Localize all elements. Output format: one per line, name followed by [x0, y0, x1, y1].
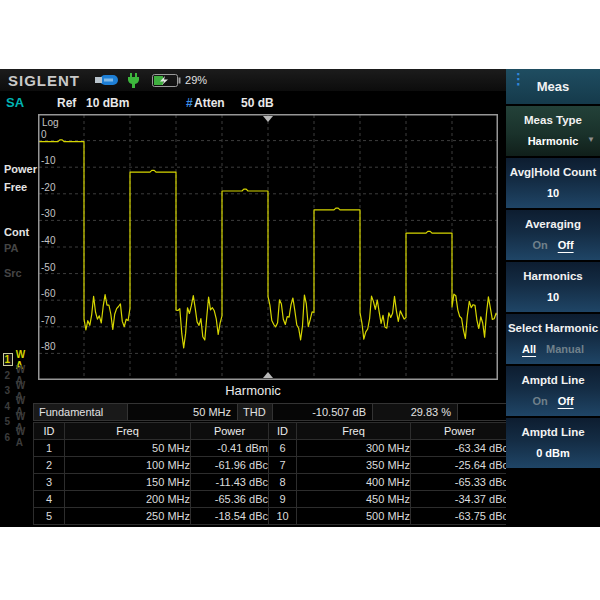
table-cell: 10 — [269, 508, 297, 525]
side-label-free: Free — [4, 181, 27, 193]
toggle-option-off: Off — [558, 395, 574, 407]
meas-menu-title: Meas — [537, 79, 570, 94]
table-cell: 350 MHz — [297, 457, 411, 474]
page: SIGLENT 29% SA Ref 10 dBm — [0, 0, 600, 600]
axis-label: -50 — [41, 262, 56, 273]
meas-menu-header[interactable]: ⋮ Meas — [506, 69, 600, 104]
ref-level-value[interactable]: 10 dBm — [86, 96, 129, 110]
sidebar-button-avg-hold-count[interactable]: Avg|Hold Count10 — [506, 158, 600, 208]
table-cell: 5 — [34, 508, 65, 525]
atten-label[interactable]: Atten — [194, 96, 225, 110]
button-label: Select Harmonic — [508, 322, 598, 334]
table-header-id: ID — [269, 423, 297, 440]
battery-percent: 29% — [185, 74, 207, 86]
table-header-freq: Freq — [297, 423, 411, 440]
thd-label: THD — [238, 403, 273, 421]
table-cell: 1 — [34, 440, 65, 457]
toggle-option-off: Off — [558, 239, 574, 251]
axis-label: -70 — [41, 315, 56, 326]
sidebar-button-select-harmonic[interactable]: Select HarmonicAllManual — [506, 314, 600, 364]
trace-number: 1 — [3, 353, 13, 366]
button-toggle: AllManual — [517, 343, 589, 355]
table-cell: 8 — [269, 474, 297, 491]
trace-number: 2 — [3, 370, 13, 381]
axis-label: -60 — [41, 288, 56, 299]
side-label-power: Power — [4, 163, 37, 175]
table-row: 3150 MHz-11.43 dBc8400 MHz-65.33 dBc — [34, 474, 509, 491]
button-value: Harmonic — [528, 135, 579, 147]
thd-db-value: -10.507 dB — [273, 403, 373, 421]
table-cell: 50 MHz — [65, 440, 191, 457]
sidebar-button-amptd-line-toggle[interactable]: Amptd LineOnOff — [506, 366, 600, 416]
sidebar-menu: ⋮ Meas Meas TypeHarmonic▼Avg|Hold Count1… — [506, 69, 600, 527]
table-cell: 9 — [269, 491, 297, 508]
table-cell: -25.64 dBc — [411, 457, 509, 474]
toggle-option-on: On — [532, 239, 547, 251]
trace-number: 5 — [3, 416, 13, 427]
side-label-cont: Cont — [4, 226, 29, 238]
table-cell: 250 MHz — [65, 508, 191, 525]
atten-hash: # — [186, 96, 193, 110]
results-title: Harmonic — [0, 383, 506, 398]
sidebar-button-averaging[interactable]: AveragingOnOff — [506, 210, 600, 260]
table-cell: 3 — [34, 474, 65, 491]
button-label: Harmonics — [523, 270, 582, 282]
menu-dots-icon: ⋮ — [511, 75, 526, 82]
table-row: 4200 MHz-65.36 dBc9450 MHz-34.37 dBc — [34, 491, 509, 508]
table-cell: 100 MHz — [65, 457, 191, 474]
button-value: 0 dBm — [536, 447, 570, 459]
axis-label: -40 — [41, 235, 56, 246]
fundamental-label: Fundamental — [33, 403, 128, 421]
topbar: SIGLENT 29% — [0, 69, 506, 91]
table-cell: -61.96 dBc — [191, 457, 269, 474]
spectrum-analyzer-screen: SIGLENT 29% SA Ref 10 dBm — [0, 69, 600, 527]
button-value: 10 — [547, 187, 559, 199]
table-header-power: Power — [411, 423, 509, 440]
sidebar-button-meas-type[interactable]: Meas TypeHarmonic▼ — [506, 106, 600, 156]
table-row: 5250 MHz-18.54 dBc10500 MHz-63.75 dBc — [34, 508, 509, 525]
table-cell: 450 MHz — [297, 491, 411, 508]
button-label: Amptd Line — [521, 374, 584, 386]
axis-label: -80 — [41, 341, 56, 352]
table-header-freq: Freq — [65, 423, 191, 440]
button-value: 10 — [547, 291, 559, 303]
table-cell: 2 — [34, 457, 65, 474]
axis-label: 0 — [41, 129, 47, 140]
side-label-src: Src — [4, 267, 22, 279]
chevron-down-icon: ▼ — [587, 135, 595, 144]
mode-indicator: SA — [6, 95, 24, 110]
power-plug-icon — [127, 73, 140, 88]
siglent-logo: SIGLENT — [8, 72, 80, 89]
table-cell: -65.33 dBc — [411, 474, 509, 491]
fundamental-row-spacer — [458, 403, 508, 421]
table-cell: 150 MHz — [65, 474, 191, 491]
harmonics-table-header: IDFreqPowerIDFreqPower — [34, 423, 509, 440]
table-cell: -11.43 dBc — [191, 474, 269, 491]
usb-icon — [94, 74, 118, 86]
harmonics-table: IDFreqPowerIDFreqPower 150 MHz-0.41 dBm6… — [33, 422, 509, 525]
status-row: SA Ref 10 dBm # Atten 50 dB — [0, 91, 506, 114]
trace-number: 4 — [3, 401, 13, 412]
sidebar-button-harmonics[interactable]: Harmonics10 — [506, 262, 600, 312]
table-row: 2100 MHz-61.96 dBc7350 MHz-25.64 dBc — [34, 457, 509, 474]
table-cell: -63.75 dBc — [411, 508, 509, 525]
table-cell: 6 — [269, 440, 297, 457]
trace-selector-6[interactable]: 6W A — [3, 430, 37, 446]
battery-icon — [152, 74, 181, 87]
table-cell: -18.54 dBc — [191, 508, 269, 525]
button-toggle: OnOff — [527, 395, 578, 407]
axis-label: -10 — [41, 155, 56, 166]
sidebar-button-amptd-line-value[interactable]: Amptd Line0 dBm — [506, 418, 600, 468]
spectrum-plot[interactable]: Log0-10-20-30-40-50-60-70-80 — [38, 114, 498, 380]
toggle-option-manual: Manual — [546, 343, 584, 355]
table-cell: -0.41 dBm — [191, 440, 269, 457]
toggle-option-on: On — [532, 395, 547, 407]
ref-level-label[interactable]: Ref — [57, 96, 76, 110]
atten-value[interactable]: 50 dB — [241, 96, 274, 110]
trace-number: 6 — [3, 432, 13, 443]
table-row: 150 MHz-0.41 dBm6300 MHz-63.34 dBc — [34, 440, 509, 457]
button-label: Meas Type — [524, 114, 582, 126]
button-toggle: OnOff — [527, 239, 578, 251]
button-label: Averaging — [525, 218, 581, 230]
table-cell: 400 MHz — [297, 474, 411, 491]
